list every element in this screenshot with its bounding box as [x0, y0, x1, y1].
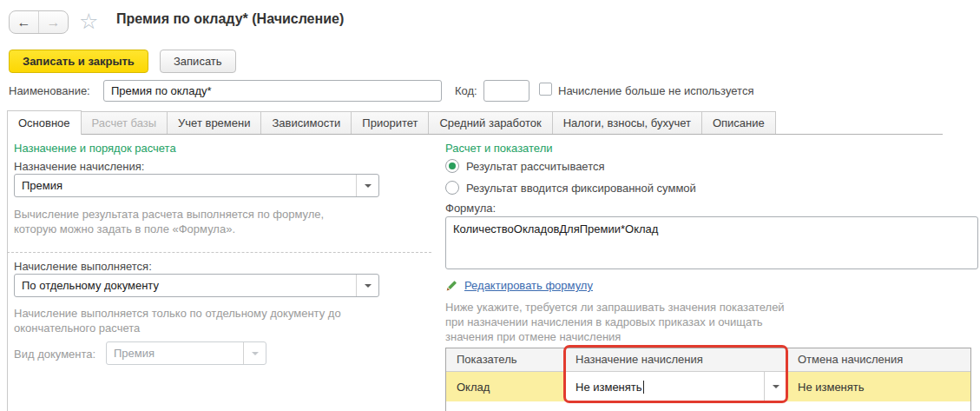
method-dropdown-button[interactable] [356, 275, 378, 296]
radio-result-fixed[interactable]: Результат вводится фиксированной суммой [445, 181, 696, 195]
doc-kind-dropdown-button [243, 342, 266, 364]
edit-formula-row: Редактировать формулу [445, 279, 593, 292]
tab-content-left-border [7, 133, 8, 411]
tab-opisanie[interactable]: Описание [701, 111, 776, 134]
method-combobox[interactable]: По отдельному документу [14, 274, 379, 297]
divider [7, 252, 431, 253]
name-input[interactable] [103, 80, 442, 102]
tab-sredniy-zarabotok[interactable]: Средний заработок [428, 111, 552, 134]
column-header-cancellation[interactable]: Отмена начисления [787, 348, 970, 371]
table-header-row: Показатель Назначение начисления Отмена … [446, 348, 970, 372]
chevron-down-icon [773, 385, 779, 388]
history-nav: ← → [9, 10, 69, 34]
name-label: Наименование: [9, 84, 90, 97]
radio-result-calculated[interactable]: Результат рассчитывается [445, 159, 605, 173]
cell-assignment-editor[interactable]: Не изменять [565, 372, 787, 401]
doc-kind-label: Вид документа: [14, 347, 95, 361]
indicators-table: Показатель Назначение начисления Отмена … [445, 348, 971, 411]
formula-label: Формула: [445, 202, 496, 215]
section-title-calculation: Расчет и показатели [445, 142, 553, 155]
page-title: Премия по окладу* (Начисление) [116, 11, 344, 27]
text-caret [643, 381, 644, 394]
doc-kind-value: Премия [107, 342, 243, 364]
purpose-hint: Вычисление результата расчета выполняетс… [14, 207, 324, 236]
not-used-checkbox-label: Начисление больше не используется [558, 84, 753, 97]
radio-result-fixed-label: Результат вводится фиксированной суммой [466, 182, 696, 195]
tab-zavisimosti[interactable]: Зависимости [260, 111, 352, 134]
chevron-down-icon [252, 352, 259, 355]
tab-bar: Основное Расчет базы Учет времени Зависи… [7, 110, 943, 135]
column-header-assignment[interactable]: Назначение начисления [565, 348, 787, 371]
column-header-indicator[interactable]: Показатель [446, 348, 565, 371]
purpose-value: Премия [15, 175, 356, 196]
pencil-icon [445, 279, 458, 292]
save-button[interactable]: Записать [160, 50, 236, 73]
cell-assignment-value: Не изменять [576, 381, 642, 394]
not-used-checkbox[interactable] [539, 83, 552, 96]
purpose-combobox[interactable]: Премия [14, 174, 379, 197]
back-button[interactable]: ← [10, 11, 39, 33]
favorite-star-icon[interactable]: ☆ [79, 10, 98, 33]
save-and-close-button[interactable]: Записать и закрыть [9, 50, 148, 73]
purpose-dropdown-button[interactable] [356, 175, 378, 196]
section-title-purpose: Назначение и порядок расчета [14, 142, 176, 155]
chevron-down-icon [365, 184, 372, 188]
radio-dot [449, 162, 456, 169]
purpose-label: Назначение начисления: [14, 160, 144, 173]
method-label: Начисление выполняется: [14, 260, 152, 273]
cell-cancellation[interactable]: Не изменять [787, 372, 970, 401]
code-label: Код: [455, 84, 477, 97]
chevron-down-icon [365, 284, 372, 288]
indicators-hint: Ниже укажите, требуется ли запрашивать з… [445, 300, 785, 344]
method-value: По отдельному документу [15, 275, 356, 296]
tab-raschet-bazy: Расчет базы [81, 111, 168, 134]
forward-button[interactable]: → [39, 11, 68, 33]
code-input[interactable] [483, 80, 529, 102]
cell-dropdown-button[interactable] [764, 372, 786, 401]
tab-nalogi-vznosy[interactable]: Налоги, взносы, бухучет [552, 111, 702, 134]
tab-uchet-vremeni[interactable]: Учет времени [167, 111, 261, 134]
tab-osnovnoe[interactable]: Основное [7, 110, 82, 135]
formula-input[interactable]: КоличествоОкладовДляПремии*Оклад [445, 216, 978, 269]
forward-icon: → [47, 15, 61, 30]
back-icon: ← [17, 15, 31, 30]
cell-indicator[interactable]: Оклад [446, 372, 565, 401]
radio-unselected-icon[interactable] [445, 181, 459, 195]
tab-prioritet[interactable]: Приоритет [351, 111, 429, 134]
table-row: Оклад Не изменять Не изменять [446, 372, 970, 401]
edit-formula-link[interactable]: Редактировать формулу [464, 279, 593, 292]
method-hint: Начисление выполняется только по отдельн… [14, 306, 341, 335]
radio-selected-icon[interactable] [445, 159, 459, 173]
radio-result-calculated-label: Результат рассчитывается [466, 160, 605, 173]
doc-kind-combobox: Премия [106, 341, 266, 365]
